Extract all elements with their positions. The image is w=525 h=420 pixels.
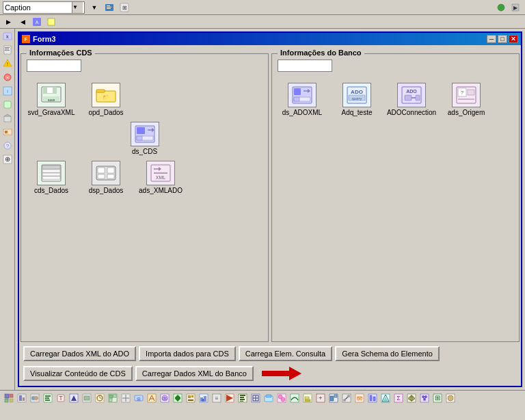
component-cds-dados[interactable]: cds_Dados [27,161,76,194]
bottom-icon-29[interactable] [366,392,379,404]
bottom-icon-14[interactable] [172,392,184,404]
component-adoconnection[interactable]: ADO ADOConnection [387,83,436,116]
second-bar-icon-4[interactable] [44,16,58,28]
bottom-icon-13[interactable]: db [159,392,171,404]
svg-text:!: ! [7,62,8,66]
bottom-icon-5[interactable]: T [55,392,67,404]
caption-dropdown[interactable]: Caption ▼ [3,1,85,14]
dropdown-arrow-icon[interactable]: ▼ [88,1,101,14]
bottom-icon-3[interactable] [29,392,41,404]
btn-carrega-elem[interactable]: Carrega Elem. Consulta [239,346,332,361]
sidebar-icon-10[interactable]: ⊕ [1,153,14,166]
svg-rect-161 [334,395,337,397]
toolbar-icon-2[interactable]: ⊞ [118,1,131,14]
component-ds-adoxml[interactable]: ds_ADOXML [278,83,327,116]
sidebar-icon-9[interactable]: ? [1,140,14,152]
bottom-icon-27[interactable] [340,392,353,404]
bottom-icon-2[interactable] [16,392,28,404]
svg-rect-48 [137,136,142,140]
panels-area: Informações CDS [21,47,520,342]
btn-importa[interactable]: Importa dados para CDS [139,346,236,361]
second-bar-icon-3[interactable]: A [30,16,44,28]
sidebar-icon-6[interactable] [1,99,14,111]
bottom-icon-21[interactable] [262,392,275,404]
toolbar-icon-1[interactable] [103,1,116,14]
svg-rect-149 [266,395,271,397]
bottom-icon-15[interactable] [185,392,197,404]
sidebar-icon-7[interactable] [1,112,14,124]
bottom-icon-35[interactable] [444,392,457,404]
svg-rect-87 [5,399,8,402]
minimize-button[interactable]: ─ [487,35,496,43]
second-bar-icon-1[interactable]: ▶ [1,16,15,28]
svg-rect-16 [5,49,9,49]
btn-gera-schema[interactable]: Gera Schema do Elemento [335,346,440,361]
component-ads-xmlado[interactable]: XML ads_XMLADO [136,161,185,194]
btn-visualizar[interactable]: Visualizar Conteúdo de CDS [23,366,133,381]
ds-adoxml-label: ds_ADOXML [282,109,322,116]
svg-rect-130 [188,399,193,401]
component-adq-teste[interactable]: ADO query Adq_teste [332,83,381,116]
bottom-icon-32[interactable] [405,392,418,404]
svg-marker-84 [262,367,301,380]
bottom-icon-26[interactable] [327,392,340,404]
svg-text:k: k [6,34,9,39]
svg-text:+: + [319,395,322,402]
banco-panel-content: ds_ADOXML ADO query Ad [272,75,519,122]
svg-rect-91 [23,397,25,401]
component-opd-dados[interactable]: 📁 opd_Dados [81,83,131,116]
caption-dropdown-arrow[interactable]: ▼ [72,2,83,13]
sidebar-icon-4[interactable]: × [1,71,14,83]
svg-rect-41 [96,90,105,92]
bottom-icon-23[interactable] [288,392,301,404]
sidebar-icon-3[interactable]: ! [1,57,14,70]
sidebar-icon-5[interactable]: i [1,85,14,97]
btn-carregar-banco[interactable]: Carregar Dados XML do Banco [135,366,254,381]
toolbar-right-icon-1[interactable] [494,1,508,14]
bottom-icon-25[interactable]: + [314,392,327,404]
second-bar-icon-2[interactable]: ◀ [16,16,29,28]
svg-text:Σ: Σ [396,395,401,402]
sidebar-icon-1[interactable]: k [1,30,14,42]
red-arrow-indicator [262,365,303,382]
ds-cds-label: ds_CDS [132,148,157,155]
bottom-icon-20[interactable] [250,392,262,404]
btn-carregar-xml[interactable]: Carregar Dados XML do ADO [23,346,136,361]
bottom-icon-16[interactable] [198,392,210,404]
bottom-icon-17[interactable]: ≡ [211,392,223,404]
bottom-icon-9[interactable] [107,392,119,404]
component-svd-gravaxml[interactable]: save svd_GravaXML [27,83,76,116]
maximize-button[interactable]: □ [498,35,507,43]
bottom-icon-34[interactable]: ⊞ [431,392,444,404]
bottom-icon-30[interactable] [379,392,392,404]
bottom-icon-12[interactable] [146,392,158,404]
bottom-icon-10[interactable] [120,392,132,404]
svg-rect-111 [113,395,116,397]
svg-rect-128 [188,395,191,398]
cds-input-field[interactable] [27,60,81,72]
banco-input-field[interactable] [278,60,332,72]
component-ads-origem[interactable]: ? ads_Origem [442,83,491,116]
toolbar-right-icon-2[interactable]: ▶ [509,1,522,14]
bottom-icon-8[interactable] [94,392,106,404]
svg-text:⊕: ⊕ [5,155,10,163]
sidebar-icon-8[interactable] [1,126,14,138]
bottom-icon-4[interactable] [42,392,54,404]
bottom-icon-18[interactable] [224,392,236,404]
bottom-icon-24[interactable] [301,392,314,404]
bottom-icon-11[interactable]: ⊞ [133,392,145,404]
bottom-icon-31[interactable]: Σ [392,392,405,404]
bottom-icon-7[interactable] [81,392,93,404]
bottom-icon-33[interactable] [418,392,431,404]
bottom-icon-6[interactable] [68,392,80,404]
component-ds-cds[interactable]: ds_CDS [120,122,170,155]
sidebar-icon-2[interactable] [1,44,14,56]
component-dsp-dados[interactable]: dsp_Dados [81,161,131,194]
svg-rect-90 [19,395,22,401]
bottom-icon-22[interactable] [275,392,288,404]
bottom-icon-28[interactable]: SQL [353,392,366,404]
bottom-icon-1[interactable] [3,392,15,404]
svg-rect-15 [5,47,10,48]
close-button[interactable]: ✕ [509,35,518,43]
bottom-icon-19[interactable] [237,392,249,404]
